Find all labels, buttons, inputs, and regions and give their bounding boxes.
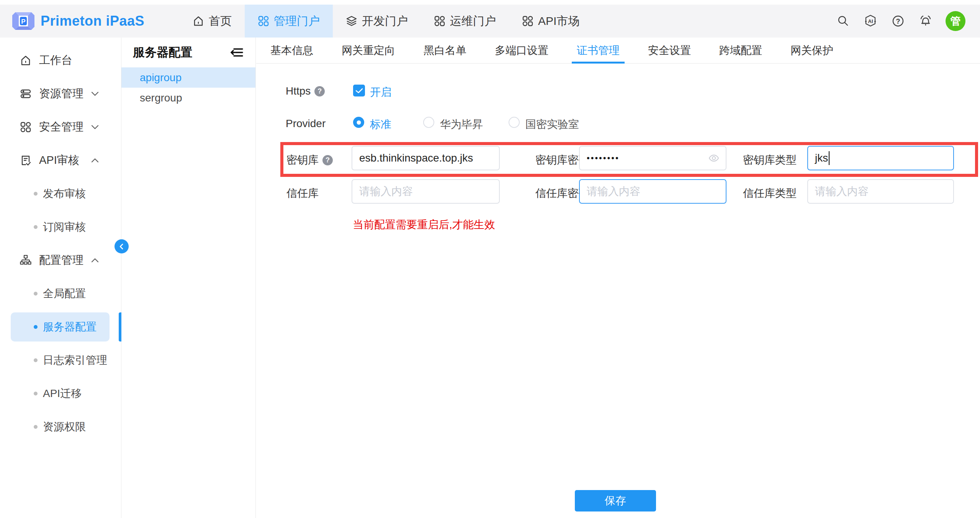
- truststore-input[interactable]: 请输入内容: [352, 179, 500, 204]
- nav-ops-portal[interactable]: 运维门户: [421, 5, 509, 38]
- tab-label: 黑白名单: [424, 43, 466, 58]
- grid-icon: [258, 15, 269, 27]
- svg-text:?: ?: [896, 18, 900, 25]
- grid-icon: [20, 121, 31, 133]
- https-label: Https ?: [286, 85, 325, 97]
- sidebar-item-subscribe-review[interactable]: 订阅审核: [0, 210, 121, 243]
- sidebar-item-label: 服务器配置: [43, 320, 97, 334]
- provider-option-label[interactable]: 标准: [370, 117, 391, 132]
- restart-notice: 当前配置需要重启后,才能生效: [353, 217, 495, 232]
- layers-icon: [346, 15, 357, 27]
- nav-dev-portal[interactable]: 开发门户: [333, 5, 421, 38]
- keystore-password-value: ••••••••: [587, 153, 620, 163]
- tab-blackwhite-list[interactable]: 黑白名单: [409, 38, 481, 63]
- nav-admin-portal-label: 管理门户: [274, 13, 320, 29]
- sidebar-collapse-button[interactable]: [115, 239, 129, 253]
- nav-ops-portal-label: 运维门户: [450, 13, 496, 29]
- sidebar-nav: 工作台 资源管理 安全管理: [0, 38, 121, 518]
- sidebar-item-config-mgmt[interactable]: 配置管理: [0, 243, 121, 277]
- sidebar-item-security[interactable]: 安全管理: [0, 110, 121, 144]
- provider-radio-guomi[interactable]: [509, 117, 520, 128]
- config-tabs: 基本信息 网关重定向 黑白名单 多端口设置 证书管理 安全设置 跨域配置 网关保…: [256, 38, 980, 64]
- keystore-type-value: jks: [815, 152, 828, 164]
- sidebar-item-api-review[interactable]: API审核: [0, 144, 121, 177]
- provider-radio-huawei[interactable]: [423, 117, 434, 128]
- window-top-strip: [0, 0, 980, 5]
- tab-label: 基本信息: [270, 43, 313, 58]
- sidebar-item-server-config[interactable]: 服务器配置: [0, 310, 121, 343]
- ai-icon[interactable]: AI: [863, 13, 878, 29]
- tab-gateway-protection[interactable]: 网关保护: [776, 38, 847, 63]
- provider-label: Provider: [286, 118, 326, 130]
- nav-api-market[interactable]: API市场: [509, 5, 592, 38]
- keystore-label: 密钥库 ?: [286, 153, 333, 167]
- tab-gateway-redirect[interactable]: 网关重定向: [327, 38, 409, 63]
- truststore-label-text: 信任库: [286, 186, 319, 201]
- keystore-password-input[interactable]: ••••••••: [579, 146, 726, 170]
- tab-label: 网关保护: [790, 43, 833, 58]
- panel-item-sergroup[interactable]: sergroup: [121, 88, 255, 108]
- bullet-icon: [34, 425, 38, 429]
- sidebar-item-label: 资源权限: [43, 420, 86, 434]
- keystore-label-text: 密钥库: [286, 153, 319, 167]
- text-cursor: [829, 151, 829, 165]
- user-avatar[interactable]: 管: [946, 11, 965, 31]
- nav-admin-portal[interactable]: 管理门户: [245, 5, 333, 38]
- svg-text:P: P: [21, 18, 25, 25]
- nav-home-label: 首页: [209, 13, 232, 29]
- keystore-input[interactable]: esb.thinkinspace.top.jks: [352, 146, 500, 170]
- bullet-icon: [34, 292, 38, 296]
- eye-icon[interactable]: [708, 152, 720, 164]
- chevron-up-icon: [91, 258, 99, 263]
- tab-label: 跨域配置: [719, 43, 762, 58]
- sidebar-item-global-config[interactable]: 全局配置: [0, 277, 121, 310]
- tab-security-settings[interactable]: 安全设置: [634, 38, 705, 63]
- tab-multiport[interactable]: 多端口设置: [481, 38, 563, 63]
- sidebar-item-workbench[interactable]: 工作台: [0, 44, 121, 77]
- keystore-value: esb.thinkinspace.top.jks: [359, 152, 473, 164]
- brand: P Primeton iPaaS: [0, 5, 144, 38]
- provider-label-text: Provider: [286, 118, 326, 130]
- sidebar-item-publish-review[interactable]: 发布审核: [0, 177, 121, 210]
- sidebar-item-api-migration[interactable]: API迁移: [0, 377, 121, 410]
- sidebar-item-resource-perms[interactable]: 资源权限: [0, 410, 121, 443]
- provider-radio-standard[interactable]: [353, 117, 364, 128]
- sidebar-item-resources[interactable]: 资源管理: [0, 77, 121, 110]
- nav-home[interactable]: 首页: [180, 5, 245, 38]
- bell-icon[interactable]: [918, 13, 933, 29]
- provider-option-label[interactable]: 华为毕昇: [440, 117, 483, 132]
- bullet-icon: [34, 392, 38, 395]
- active-item-edge-bar: [119, 312, 121, 342]
- https-checkbox-label[interactable]: 开启: [370, 85, 391, 100]
- brand-name: Primeton iPaaS: [41, 13, 144, 29]
- servers-icon: [20, 88, 31, 100]
- sidebar-item-label: 全局配置: [43, 286, 86, 301]
- truststore-type-placeholder: 请输入内容: [815, 184, 869, 199]
- help-icon[interactable]: ?: [322, 155, 333, 165]
- tab-certificate-mgmt[interactable]: 证书管理: [563, 38, 634, 63]
- keystore-type-input[interactable]: jks: [807, 146, 954, 170]
- help-icon[interactable]: ?: [314, 86, 325, 96]
- grid-icon: [522, 15, 533, 27]
- sidebar-item-log-index[interactable]: 日志索引管理: [0, 343, 121, 377]
- save-button[interactable]: 保存: [575, 490, 656, 511]
- truststore-type-input[interactable]: 请输入内容: [807, 179, 954, 204]
- panel-collapse-icon[interactable]: [230, 47, 243, 58]
- help-icon[interactable]: ?: [890, 13, 906, 29]
- truststore-type-label-text: 信任库类型: [743, 186, 797, 201]
- truststore-password-input[interactable]: 请输入内容: [579, 179, 726, 204]
- svg-text:AI: AI: [868, 18, 873, 24]
- grid-icon: [434, 15, 445, 27]
- header-actions: AI ? 管: [835, 5, 980, 38]
- tab-basic-info[interactable]: 基本信息: [256, 38, 327, 63]
- search-icon[interactable]: [835, 13, 851, 29]
- panel-item-apigroup[interactable]: apigroup: [121, 67, 255, 88]
- provider-option-label[interactable]: 国密实验室: [525, 117, 579, 132]
- brand-logo-icon: P: [12, 10, 34, 32]
- chevron-down-icon: [91, 125, 99, 129]
- https-checkbox[interactable]: [353, 85, 365, 96]
- panel-item-label: apigroup: [140, 72, 182, 84]
- sidebar-item-label: 发布审核: [43, 186, 86, 201]
- tab-cors-config[interactable]: 跨域配置: [705, 38, 776, 63]
- nav-api-market-label: API市场: [538, 13, 579, 29]
